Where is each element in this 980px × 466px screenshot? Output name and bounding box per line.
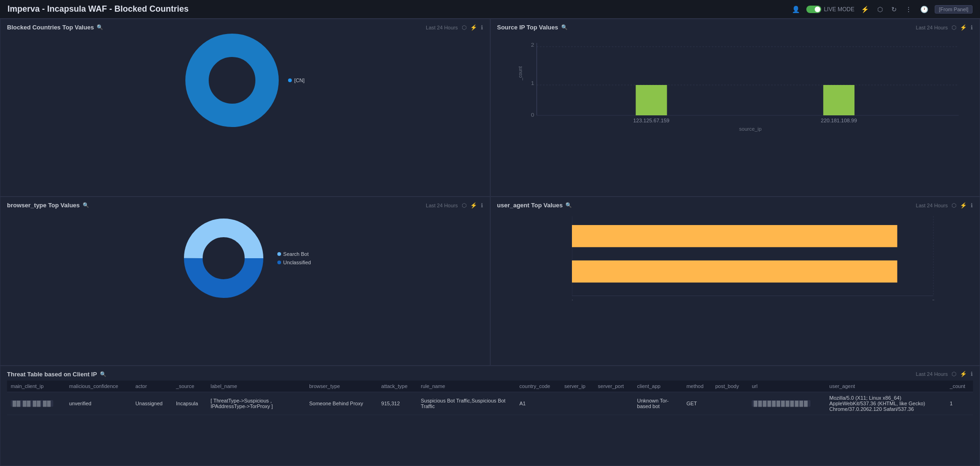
- export-icon-bt[interactable]: ⬡: [462, 202, 466, 209]
- source-ip-search-icon[interactable]: 🔍: [561, 24, 568, 30]
- cell-country-code: A1: [515, 392, 560, 415]
- svg-text:2: 2: [531, 42, 534, 48]
- cell-rule-name: Suspicious Bot Traffic,Suspicious Bot Tr…: [417, 392, 515, 415]
- col-url: url: [748, 381, 825, 392]
- cell-label-name: [ ThreatType->Suspicious , IPAddressType…: [207, 392, 305, 415]
- svg-rect-25: [572, 261, 897, 282]
- cell-malicious-confidence: unverified: [65, 392, 132, 415]
- ip-blur: ██ ██ ██ ██: [11, 400, 53, 407]
- col-attack-type: attack_type: [378, 381, 417, 392]
- col-source: _source: [172, 381, 207, 392]
- user-agent-chart: 0 2 Mozilla/5.0 (...0 Safari/...36 Mozil…: [497, 212, 973, 314]
- browser-type-meta: Last 24 Hours ⬡ ⚡ ℹ: [426, 202, 483, 209]
- col-server-port: server_port: [594, 381, 634, 392]
- svg-text:source_ip: source_ip: [739, 127, 761, 132]
- browser-type-donut-svg: [179, 214, 268, 303]
- blocked-countries-search-icon[interactable]: 🔍: [97, 24, 103, 30]
- export-icon[interactable]: ⬡: [462, 24, 466, 31]
- cell-actor: Unassigned: [132, 392, 172, 415]
- cell-method: GET: [683, 392, 712, 415]
- svg-rect-23: [572, 225, 897, 247]
- legend-item-unclassified: Unclassified: [277, 260, 311, 265]
- user-agent-svg: 0 2 Mozilla/5.0 (...0 Safari/...36 Mozil…: [572, 216, 959, 300]
- info-icon-tt[interactable]: ℹ: [971, 371, 973, 377]
- source-ip-panel: Source IP Top Values 🔍 Last 24 Hours ⬡ ⚡…: [490, 19, 980, 197]
- col-label-name: label_name: [207, 381, 305, 392]
- filter-icon[interactable]: ⚡: [859, 5, 871, 14]
- threat-data-table: main_client_ip malicious_confidence acto…: [7, 381, 973, 415]
- cell-source: Incapsula: [172, 392, 207, 415]
- live-mode-label: LIVE MODE: [824, 6, 854, 13]
- source-ip-header: Source IP Top Values 🔍 Last 24 Hours ⬡ ⚡…: [497, 24, 973, 31]
- share-icon[interactable]: ⬡: [875, 5, 885, 14]
- blocked-countries-meta: Last 24 Hours ⬡ ⚡ ℹ: [426, 24, 483, 31]
- clock-icon: 🕐: [918, 5, 930, 14]
- threat-table-search-icon[interactable]: 🔍: [100, 371, 106, 377]
- threat-table-scroll[interactable]: main_client_ip malicious_confidence acto…: [7, 381, 973, 415]
- threat-table-body: ██ ██ ██ ██ unverified Unassigned Incaps…: [7, 392, 973, 415]
- svg-rect-9: [635, 85, 667, 115]
- donut-with-legend: [CN]: [185, 34, 304, 127]
- browser-type-panel: browser_type Top Values 🔍 Last 24 Hours …: [0, 197, 490, 365]
- info-icon-si[interactable]: ℹ: [971, 24, 973, 31]
- export-icon-tt[interactable]: ⬡: [952, 371, 956, 377]
- filter-icon-bc[interactable]: ⚡: [470, 24, 477, 31]
- cell-browser-type: Someone Behind Proxy: [305, 392, 377, 415]
- blocked-countries-chart: [CN]: [7, 34, 483, 127]
- cell-server-ip: [561, 392, 594, 415]
- filter-icon-si[interactable]: ⚡: [960, 24, 967, 31]
- cell-post-body: [712, 392, 748, 415]
- export-icon-si[interactable]: ⬡: [952, 24, 956, 31]
- user-icon: 👤: [790, 5, 802, 14]
- from-panel-badge[interactable]: [From Panel]: [935, 5, 973, 14]
- col-rule-name: rule_name: [417, 381, 515, 392]
- filter-icon-tt[interactable]: ⚡: [960, 371, 967, 377]
- user-agent-panel: user_agent Top Values 🔍 Last 24 Hours ⬡ …: [490, 197, 980, 365]
- cell-main-client-ip: ██ ██ ██ ██: [7, 392, 65, 415]
- live-mode-pill[interactable]: [806, 6, 821, 13]
- info-icon-ua[interactable]: ℹ: [971, 202, 973, 209]
- user-agent-header: user_agent Top Values 🔍 Last 24 Hours ⬡ …: [497, 202, 973, 209]
- threat-table-head: main_client_ip malicious_confidence acto…: [7, 381, 973, 392]
- url-blur: ████████████: [752, 400, 811, 407]
- threat-table-header: Threat Table based on Client IP 🔍 Last 2…: [7, 371, 973, 378]
- source-ip-chart: 0 1 2 123.125.67.159 220.181.108.99 _cou…: [497, 34, 973, 146]
- svg-text:0: 0: [572, 299, 573, 301]
- filter-icon-ua[interactable]: ⚡: [960, 202, 967, 209]
- user-agent-search-icon[interactable]: 🔍: [565, 202, 572, 208]
- svg-text:2: 2: [932, 299, 935, 301]
- user-agent-meta: Last 24 Hours ⬡ ⚡ ℹ: [916, 202, 973, 209]
- svg-text:_count: _count: [517, 66, 523, 81]
- col-count: _count: [946, 381, 973, 392]
- blocked-countries-legend: [CN]: [288, 78, 304, 83]
- header-controls: 👤 LIVE MODE ⚡ ⬡ ↻ ⋮ 🕐 [From Panel]: [790, 5, 973, 14]
- col-main-client-ip: main_client_ip: [7, 381, 65, 392]
- refresh-icon[interactable]: ↻: [889, 5, 899, 14]
- user-agent-title: user_agent Top Values 🔍: [497, 202, 572, 209]
- browser-type-search-icon[interactable]: 🔍: [83, 202, 89, 208]
- col-country-code: country_code: [515, 381, 560, 392]
- threat-table-header-row: main_client_ip malicious_confidence acto…: [7, 381, 973, 392]
- legend-dot-searchbot: [277, 252, 281, 256]
- export-icon-ua[interactable]: ⬡: [952, 202, 956, 209]
- cell-user-agent: Mozilla/5.0 (X11; Linux x86_64) AppleWeb…: [825, 392, 946, 415]
- live-mode-toggle[interactable]: LIVE MODE: [806, 6, 854, 13]
- browser-type-chart: Search Bot Unclassified: [7, 212, 483, 305]
- col-actor: actor: [132, 381, 172, 392]
- browser-type-donut-legend: Search Bot Unclassified: [179, 214, 311, 303]
- browser-type-title: browser_type Top Values 🔍: [7, 202, 89, 209]
- svg-text:1: 1: [531, 80, 534, 86]
- svg-text:123.125.67.159: 123.125.67.159: [633, 118, 670, 123]
- col-browser-type: browser_type: [305, 381, 377, 392]
- cell-attack-type: 915,312: [378, 392, 417, 415]
- cell-client-app: Unknown Tor-based bot: [634, 392, 683, 415]
- info-icon-bt[interactable]: ℹ: [481, 202, 483, 209]
- threat-table-title: Threat Table based on Client IP 🔍: [7, 371, 106, 378]
- source-ip-title: Source IP Top Values 🔍: [497, 24, 568, 31]
- blocked-countries-title: Blocked Countries Top Values 🔍: [7, 24, 103, 31]
- more-icon[interactable]: ⋮: [903, 5, 914, 14]
- col-user-agent: user_agent: [825, 381, 946, 392]
- cell-count: 1: [946, 392, 973, 415]
- info-icon-bc[interactable]: ℹ: [481, 24, 483, 31]
- filter-icon-bt[interactable]: ⚡: [470, 202, 477, 209]
